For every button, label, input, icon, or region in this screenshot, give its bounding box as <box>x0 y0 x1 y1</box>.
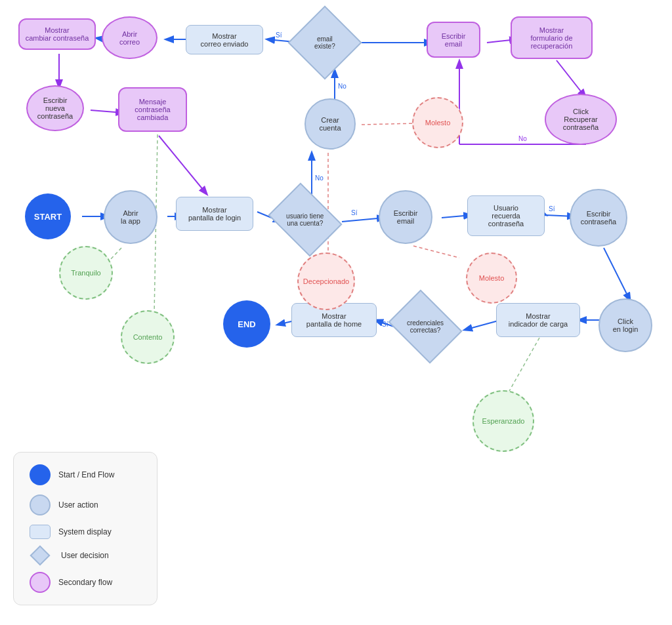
mostrar-formulario-node: Mostrarformulario derecuperación <box>511 16 593 59</box>
email-existe-node: emailexiste? <box>287 5 362 79</box>
svg-text:Sí: Sí <box>549 205 555 212</box>
svg-text:No: No <box>518 135 527 142</box>
legend-secondary-icon <box>30 572 51 593</box>
molesto-top-node: Molesto <box>412 97 463 148</box>
svg-line-24 <box>159 136 207 194</box>
escribir-email-main-node: Escribiremail <box>379 190 432 244</box>
decepcionado-node: Decepcionado <box>297 252 355 310</box>
mostrar-correo-node: Mostrarcorreo enviado <box>186 25 263 54</box>
legend-decision-icon <box>30 545 50 565</box>
svg-line-8 <box>604 248 630 300</box>
mensaje-cambiada-node: Mensajecontraseñacambiada <box>118 87 187 132</box>
tranquilo-node: Tranquilo <box>59 246 113 300</box>
crear-cuenta-node: Crearcuenta <box>304 98 356 150</box>
svg-text:No: No <box>315 174 324 182</box>
legend-start-end: Start / End Flow <box>30 464 141 485</box>
mostrar-login-node: Mostrarpantalla de login <box>176 197 253 231</box>
usuario-recuerda-node: Usuariorecuerdacontraseña <box>467 195 545 236</box>
esperanzado-node: Esperanzado <box>472 390 534 452</box>
legend-system-icon <box>30 525 51 539</box>
svg-line-38 <box>362 123 417 125</box>
end-node: END <box>223 300 270 348</box>
start-node: START <box>25 193 71 239</box>
click-login-node: Clicken login <box>598 298 652 352</box>
legend-system: System display <box>30 525 141 539</box>
escribir-email-recovery-node: Escribiremail <box>427 22 480 58</box>
legend-user-action: User action <box>30 494 141 515</box>
svg-line-39 <box>413 246 459 258</box>
mostrar-carga-node: Mostrarindicador de carga <box>496 303 580 337</box>
flowchart-canvas: Sí Sí Sí No No Sí <box>0 0 672 625</box>
click-recuperar-node: ClickRecuperarcontraseña <box>545 94 617 145</box>
svg-line-10 <box>465 320 501 330</box>
svg-text:No: No <box>338 83 346 90</box>
svg-text:Sí: Sí <box>351 209 358 216</box>
usuario-cuenta-node: usuario tieneuna cuenta? <box>268 182 342 256</box>
legend-secondary: Secondary flow <box>30 572 141 593</box>
svg-line-27 <box>556 60 585 97</box>
contento-node: Contento <box>121 310 175 364</box>
svg-text:Sí: Sí <box>276 31 282 39</box>
abrir-correo-node: Abrircorreo <box>102 16 158 59</box>
abrir-app-node: Abrirla app <box>104 190 158 244</box>
escribir-nueva-node: Escribirnuevacontraseña <box>26 85 84 131</box>
molesto-mid-node: Molesto <box>466 252 517 304</box>
legend-start-icon <box>30 464 51 485</box>
svg-line-40 <box>509 338 539 392</box>
legend: Start / End Flow User action System disp… <box>13 452 158 605</box>
escribir-contrasena-node: Escribircontraseña <box>570 189 627 247</box>
legend-user-icon <box>30 494 51 515</box>
mostrar-cambiar-node: Mostrarcambiar contraseña <box>18 18 96 50</box>
credenciales-node: credencialescorrectas? <box>388 289 462 363</box>
legend-decision: User decision <box>30 548 141 563</box>
